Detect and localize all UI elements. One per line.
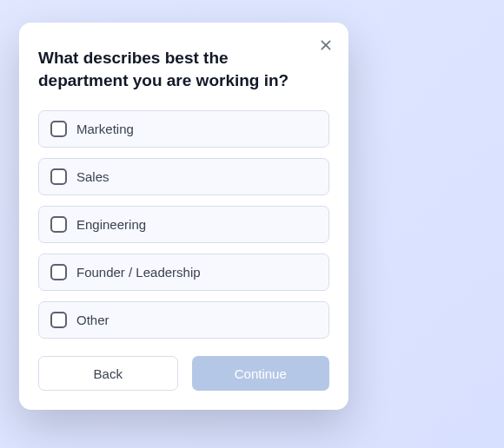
department-modal: What describes best the department you a… <box>19 23 348 410</box>
option-engineering[interactable]: Engineering <box>38 206 329 243</box>
option-marketing[interactable]: Marketing <box>38 110 329 148</box>
option-label: Engineering <box>76 217 146 232</box>
close-icon <box>319 38 333 52</box>
checkbox-icon <box>50 121 67 137</box>
checkbox-icon <box>50 216 67 233</box>
option-label: Marketing <box>76 122 134 136</box>
option-other[interactable]: Other <box>38 301 329 339</box>
options-list: Marketing Sales Engineering Founder / Le… <box>38 110 329 339</box>
option-label: Founder / Leadership <box>76 265 201 280</box>
continue-button[interactable]: Continue <box>192 356 330 391</box>
back-button[interactable]: Back <box>38 356 178 391</box>
option-founder-leadership[interactable]: Founder / Leadership <box>38 254 329 291</box>
option-label: Other <box>76 313 109 327</box>
checkbox-icon <box>50 168 67 185</box>
option-label: Sales <box>76 169 109 184</box>
close-button[interactable] <box>315 35 336 56</box>
modal-footer: Back Continue <box>38 356 329 391</box>
checkbox-icon <box>50 312 67 328</box>
checkbox-icon <box>50 264 67 280</box>
option-sales[interactable]: Sales <box>38 158 329 195</box>
modal-title: What describes best the department you a… <box>38 47 329 91</box>
